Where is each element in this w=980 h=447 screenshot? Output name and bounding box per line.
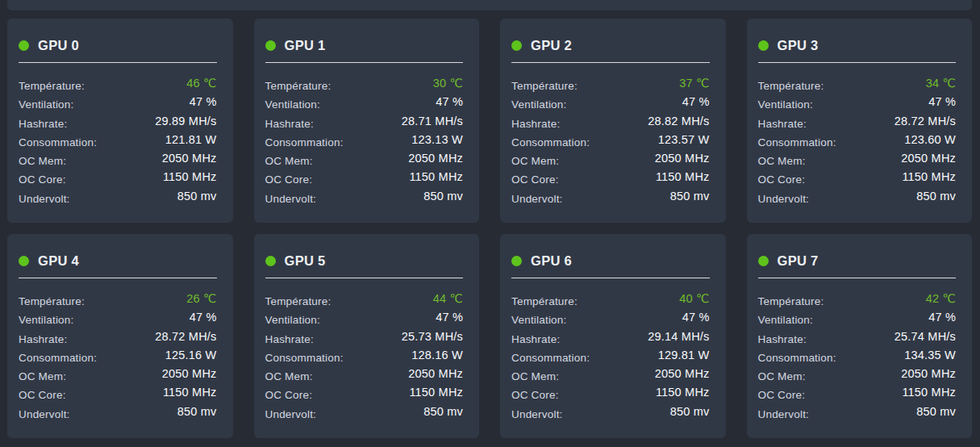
stat-label: Température: <box>19 292 85 307</box>
stat-row-undervolt: Undervolt: 850 mv <box>511 405 710 424</box>
stat-row-consumption: Consommation: 123.60 W <box>758 133 957 152</box>
gpu-status-dot <box>265 256 276 266</box>
stat-row-oc-mem: OC Mem: 2050 MHz <box>511 152 710 170</box>
stat-row-ventilation: Ventilation: 47 % <box>758 95 957 114</box>
stat-row-oc-core: OC Core: 1150 MHz <box>19 170 217 189</box>
gpu-card-title: GPU 5 <box>285 253 326 269</box>
stat-row-consumption: Consommation: 123.57 W <box>511 133 710 152</box>
header-divider <box>19 278 217 278</box>
stat-label: OC Core: <box>19 386 66 401</box>
gpu-status-dot <box>758 40 769 51</box>
consumption-value: 123.13 W <box>411 133 463 146</box>
header-divider <box>511 62 710 63</box>
consumption-value: 123.60 W <box>904 133 956 146</box>
stat-label: Ventilation: <box>758 311 813 326</box>
stat-row-undervolt: Undervolt: 850 mv <box>758 405 957 424</box>
stat-row-oc-core: OC Core: 1150 MHz <box>19 386 217 404</box>
gpu-status-dot <box>511 256 522 266</box>
ventilation-value: 47 % <box>928 311 956 324</box>
stat-label: Ventilation: <box>19 95 73 111</box>
stat-row-oc-core: OC Core: 1150 MHz <box>265 386 464 404</box>
hashrate-value: 28.72 MH/s <box>895 115 956 127</box>
gpu-card: GPU 7 Température: 42 ℃ Ventilation: 47 … <box>747 234 973 438</box>
stat-label: OC Mem: <box>758 367 806 382</box>
gpu-status-dot <box>19 40 29 51</box>
stat-label: Consommation: <box>19 349 97 364</box>
stat-label: OC Mem: <box>758 152 806 167</box>
stat-label: Undervolt: <box>758 405 810 420</box>
gpu-status-dot <box>758 256 769 266</box>
stat-label: Hashrate: <box>511 330 560 345</box>
gpu-card-title: GPU 1 <box>285 38 326 53</box>
stat-label: Undervolt: <box>265 405 317 420</box>
oc-mem-value: 2050 MHz <box>655 367 710 380</box>
temperature-value: 44 ℃ <box>433 292 463 305</box>
gpu-card-title: GPU 7 <box>778 253 819 269</box>
stat-row-oc-mem: OC Mem: 2050 MHz <box>19 152 217 170</box>
consumption-value: 129.81 W <box>658 349 710 361</box>
stat-label: Consommation: <box>19 133 97 148</box>
stat-row-consumption: Consommation: 121.81 W <box>19 133 217 152</box>
stat-label: OC Core: <box>19 170 66 186</box>
consumption-value: 123.57 W <box>658 133 710 146</box>
gpu-card: GPU 2 Température: 37 ℃ Ventilation: 47 … <box>500 19 726 223</box>
stat-row-undervolt: Undervolt: 850 mv <box>19 405 217 424</box>
gpu-status-dot <box>511 40 522 51</box>
stat-label: Température: <box>758 292 824 307</box>
stat-label: Consommation: <box>265 133 344 148</box>
hashrate-value: 28.71 MH/s <box>402 115 463 127</box>
stat-label: Undervolt: <box>19 405 70 420</box>
stat-label: Température: <box>19 77 85 92</box>
stat-label: Ventilation: <box>758 95 813 111</box>
stat-row-ventilation: Ventilation: 47 % <box>265 311 464 329</box>
stat-label: Hashrate: <box>19 115 67 130</box>
stat-row-oc-core: OC Core: 1150 MHz <box>265 170 464 189</box>
stat-label: Hashrate: <box>758 115 807 130</box>
hashrate-value: 28.82 MH/s <box>648 115 709 127</box>
stat-label: Hashrate: <box>19 330 67 345</box>
hashrate-value: 25.74 MH/s <box>895 330 956 343</box>
temperature-value: 42 ℃ <box>926 292 956 305</box>
oc-mem-value: 2050 MHz <box>162 367 217 380</box>
temperature-value: 30 ℃ <box>433 77 463 90</box>
stat-row-hashrate: Hashrate: 25.73 MH/s <box>265 330 464 349</box>
temperature-value: 34 ℃ <box>926 77 956 90</box>
stat-label: Hashrate: <box>511 115 560 130</box>
ventilation-value: 47 % <box>436 95 463 108</box>
consumption-value: 128.16 W <box>411 349 463 361</box>
undervolt-value: 850 mv <box>423 190 463 203</box>
stat-label: OC Mem: <box>19 152 66 167</box>
stat-label: OC Core: <box>511 170 559 186</box>
header-divider <box>758 62 957 63</box>
oc-core-value: 1150 MHz <box>409 386 463 399</box>
stat-row-undervolt: Undervolt: 850 mv <box>511 190 710 208</box>
stat-row-oc-mem: OC Mem: 2050 MHz <box>265 152 464 170</box>
temperature-value: 40 ℃ <box>679 292 709 305</box>
stat-row-consumption: Consommation: 134.35 W <box>758 349 957 367</box>
stat-row-temperature: Température: 42 ℃ <box>758 292 957 311</box>
stat-row-undervolt: Undervolt: 850 mv <box>758 190 957 208</box>
stat-row-temperature: Température: 40 ℃ <box>511 292 710 311</box>
stat-row-consumption: Consommation: 128.16 W <box>265 349 464 367</box>
gpu-card-header: GPU 2 <box>511 37 710 53</box>
gpu-card: GPU 0 Température: 46 ℃ Ventilation: 47 … <box>7 19 233 223</box>
ventilation-value: 47 % <box>190 95 217 108</box>
undervolt-value: 850 mv <box>177 190 217 203</box>
stat-label: Undervolt: <box>758 190 810 205</box>
stat-row-oc-mem: OC Mem: 2050 MHz <box>758 152 957 170</box>
stat-label: OC Mem: <box>265 367 313 382</box>
gpu-card-header: GPU 5 <box>265 253 464 269</box>
stat-label: Température: <box>758 77 824 92</box>
temperature-value: 46 ℃ <box>186 77 216 90</box>
hashrate-value: 29.14 MH/s <box>648 330 709 343</box>
consumption-value: 125.16 W <box>165 349 217 361</box>
cutoff-top-panel <box>7 0 972 10</box>
gpu-status-dot <box>265 40 276 51</box>
stat-label: Ventilation: <box>511 311 566 326</box>
stat-row-hashrate: Hashrate: 25.74 MH/s <box>758 330 957 349</box>
stat-label: OC Core: <box>265 170 313 186</box>
stat-row-hashrate: Hashrate: 28.72 MH/s <box>758 115 957 133</box>
stat-row-hashrate: Hashrate: 28.82 MH/s <box>511 115 710 133</box>
stat-label: Température: <box>265 77 332 92</box>
stat-label: Undervolt: <box>511 405 563 420</box>
